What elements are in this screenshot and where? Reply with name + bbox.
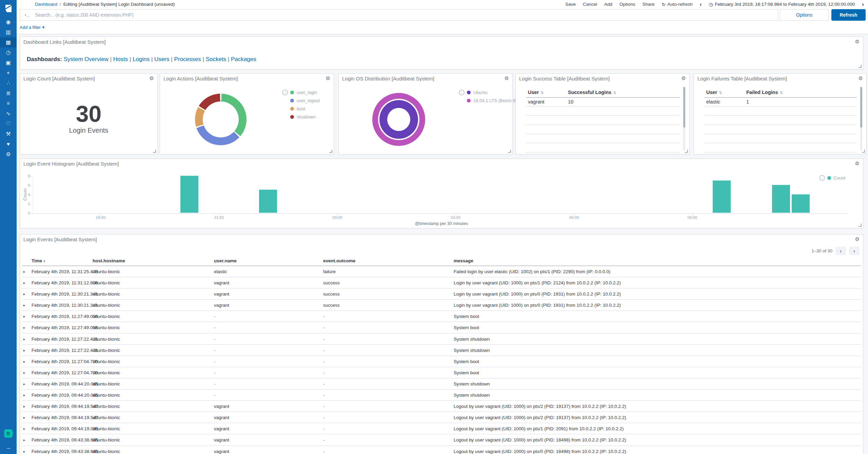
dashboard-link[interactable]: Logins (133, 56, 150, 62)
event-row[interactable]: ▸February 4th 2019, 09:43:38.665ubuntu-b… (22, 434, 861, 446)
legend-expand-icon[interactable]: › (459, 90, 465, 95)
search-input[interactable]: ›_ Search... (e.g. status:200 AND extens… (19, 9, 778, 21)
event-row[interactable]: ▸February 4th 2019, 09:43:38.665ubuntu-b… (22, 446, 861, 454)
dashboard-link[interactable]: System Overview (64, 56, 108, 62)
gear-icon[interactable]: ⚙ (855, 237, 860, 242)
donut-chart[interactable] (372, 93, 425, 146)
event-row[interactable]: ▸February 4th 2019, 09:44:19.547ubuntu-b… (22, 412, 861, 423)
event-row[interactable]: ▸February 4th 2019, 11:27:22.431ubuntu-b… (22, 345, 861, 356)
resize-handle[interactable] (862, 150, 865, 153)
event-row[interactable]: ▸February 4th 2019, 11:27:04.700ubuntu-b… (22, 356, 861, 367)
histogram-bar[interactable] (792, 194, 810, 213)
dashboard-link[interactable]: Processes (174, 56, 201, 62)
time-forward-icon[interactable]: › (862, 1, 864, 7)
legend-expand-icon[interactable]: › (819, 175, 825, 181)
resize-handle[interactable] (685, 150, 688, 153)
expand-row-icon[interactable]: ▸ (23, 334, 25, 345)
event-row[interactable]: ▸February 4th 2019, 09:44:20.065ubuntu-b… (22, 378, 861, 390)
histogram-bar[interactable] (259, 190, 277, 213)
expand-row-icon[interactable]: ▸ (23, 266, 25, 277)
expand-row-icon[interactable]: ▸ (23, 434, 25, 446)
scrollbar-thumb[interactable] (683, 87, 685, 128)
event-row[interactable]: ▸February 4th 2019, 11:30:21.341ubuntu-b… (22, 300, 861, 311)
event-row[interactable]: ▸February 4th 2019, 09:44:19.547ubuntu-b… (22, 401, 861, 412)
expand-row-icon[interactable]: ▸ (23, 446, 25, 454)
kibana-logo[interactable] (0, 0, 17, 17)
resize-handle[interactable] (859, 224, 862, 227)
table-row[interactable]: elastic1 (704, 97, 857, 107)
expand-row-icon[interactable]: ▸ (23, 367, 25, 378)
histogram-bar[interactable] (772, 185, 790, 213)
add-filter-link[interactable]: Add a filter + (20, 24, 45, 30)
time-range-picker[interactable]: ◷ February 3rd 2019, 16:17:08.984 to Feb… (709, 2, 855, 7)
column-header-hostname[interactable]: host.hostname (93, 257, 125, 265)
event-row[interactable]: ▸February 4th 2019, 11:27:49.056ubuntu-b… (22, 322, 861, 333)
column-header-outcome[interactable]: event.outcome (323, 257, 355, 265)
legend-item[interactable]: shutdown (290, 114, 320, 119)
sidebar-item-dev-tools[interactable]: ⚒ (0, 129, 17, 139)
column-header-message[interactable]: message (454, 257, 473, 265)
legend-item[interactable]: Ubuntu (467, 90, 519, 95)
resize-handle[interactable] (153, 150, 156, 153)
next-page-button[interactable]: › (849, 247, 860, 255)
sidebar-item-machine-learning[interactable]: ∴ (0, 78, 17, 88)
sidebar-item-dashboard[interactable]: ▦ (0, 37, 17, 48)
column-header-username[interactable]: user.name (214, 257, 237, 265)
event-row[interactable]: ▸February 4th 2019, 11:31:25.403ubuntu-b… (22, 266, 861, 277)
legend-item[interactable]: 18.04.1 LTS (Bionic B... (467, 98, 519, 103)
share-button[interactable]: Share (643, 2, 655, 7)
expand-row-icon[interactable]: ▸ (23, 311, 25, 322)
space-badge[interactable]: D (4, 429, 13, 438)
gear-icon[interactable]: ⚙ (855, 39, 860, 44)
legend-expand-icon[interactable]: › (282, 90, 288, 95)
event-row[interactable]: ▸February 4th 2019, 11:27:04.700ubuntu-b… (22, 367, 861, 378)
sidebar-item-timelion[interactable]: ◷ (0, 48, 17, 58)
gear-icon[interactable]: ⚙ (682, 76, 686, 81)
sidebar-item-monitoring[interactable]: ♥ (0, 139, 17, 149)
expand-row-icon[interactable]: ▸ (23, 412, 25, 423)
query-options-button[interactable]: Options (780, 9, 829, 21)
expand-row-icon[interactable]: ▸ (23, 300, 25, 311)
legend-item[interactable]: user_logout (290, 98, 320, 103)
sidebar-item-infrastructure[interactable]: ≣ (0, 88, 17, 98)
expand-row-icon[interactable]: ▸ (23, 423, 25, 434)
event-row[interactable]: ▸February 4th 2019, 11:30:21.341ubuntu-b… (22, 288, 861, 300)
options-button[interactable]: Options (619, 2, 635, 7)
column-header-time[interactable]: Time▾ (32, 257, 45, 265)
gear-icon[interactable]: ⚙ (505, 76, 509, 81)
dashboard-link[interactable]: Packages (231, 56, 256, 62)
expand-row-icon[interactable]: ▸ (23, 288, 25, 300)
column-header-user[interactable]: User⇅ (528, 89, 544, 96)
column-header-user[interactable]: User⇅ (706, 89, 722, 96)
expand-row-icon[interactable]: ▸ (23, 390, 25, 401)
legend-item[interactable]: user_login (290, 90, 320, 95)
scrollbar-thumb[interactable] (860, 87, 862, 128)
expand-row-icon[interactable]: ▸ (23, 345, 25, 356)
legend-item[interactable]: boot (290, 106, 320, 111)
event-row[interactable]: ▸February 4th 2019, 11:31:12.806ubuntu-b… (22, 277, 861, 288)
column-header-failed-logins[interactable]: Failed Logins⇅ (746, 89, 783, 96)
refresh-button[interactable]: Refresh (831, 9, 866, 21)
event-row[interactable]: ▸February 4th 2019, 11:27:49.056ubuntu-b… (22, 311, 861, 322)
gear-icon[interactable]: ⚙ (859, 76, 863, 81)
sidebar-item-discover[interactable]: ◉ (0, 17, 17, 27)
sidebar-item-visualize[interactable]: ▥ (0, 27, 17, 37)
expand-row-icon[interactable]: ▸ (23, 277, 25, 288)
sidebar-collapse-icon[interactable]: → (0, 444, 17, 451)
table-row[interactable]: vagrant10 (526, 97, 680, 107)
add-button[interactable]: Add (604, 2, 612, 7)
sidebar-item-uptime[interactable]: ♡ (0, 119, 17, 129)
expand-row-icon[interactable]: ▸ (23, 322, 25, 333)
previous-page-button[interactable]: ‹ (835, 247, 846, 255)
histogram-bar[interactable] (713, 181, 731, 213)
expand-row-icon[interactable]: ▸ (23, 356, 25, 367)
dashboard-link[interactable]: Sockets (206, 56, 226, 62)
save-button[interactable]: Save (565, 2, 576, 7)
expand-row-icon[interactable]: ▸ (23, 401, 25, 412)
sidebar-item-maps[interactable]: ⌖ (0, 68, 17, 78)
donut-chart[interactable] (195, 94, 246, 145)
resize-handle[interactable] (329, 150, 332, 153)
auto-refresh-button[interactable]: ↻ Auto-refresh (662, 2, 693, 7)
sidebar-item-logs[interactable]: ≡ (0, 98, 17, 109)
dashboard-link[interactable]: Users (154, 56, 169, 62)
